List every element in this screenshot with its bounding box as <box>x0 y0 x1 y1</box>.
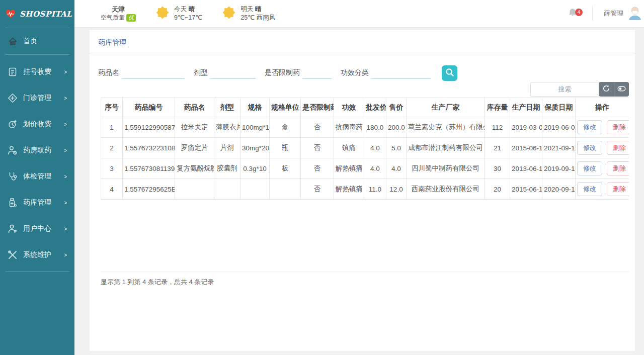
sun-icon <box>155 5 170 22</box>
tomorrow-temp: 25℃ 西南风 <box>240 14 275 22</box>
column-header: 规格 <box>240 98 270 117</box>
sidebar-item-checkup-management[interactable]: 体检管理> <box>0 163 74 190</box>
table-cell: 100mg*14 <box>240 117 270 138</box>
delete-button[interactable]: 删除 <box>607 120 629 134</box>
table-row: 41.55767295625E12否解热镇痛11.012.0西南药业股份有限公司… <box>101 179 629 200</box>
table-cell: 片剂 <box>214 138 240 158</box>
row-actions: 修改删除 <box>576 158 629 179</box>
table-cell: 抗病毒药 <box>334 117 364 138</box>
sidebar-item-label: 用户中心 <box>23 224 51 233</box>
filter-label-drug-name: 药品名 <box>98 68 119 77</box>
table-cell: 1.559122990587E12 <box>123 117 175 138</box>
sidebar: SHOSPITAL 首页 挂号收费>门诊管理>划价收费>药房取药>体检管理>药库… <box>0 0 74 355</box>
sidebar-item-pricing-fee[interactable]: 划价收费> <box>0 111 74 137</box>
sidebar-item-registration-fee[interactable]: 挂号收费> <box>0 59 74 85</box>
notifications-button[interactable]: 4 <box>567 7 578 20</box>
app-logo[interactable]: SHOSPITAL <box>0 0 74 28</box>
sidebar-item-outpatient-management[interactable]: 门诊管理> <box>0 85 74 111</box>
table-cell: 否 <box>301 158 334 179</box>
table-cell: 板 <box>270 158 301 179</box>
chevron-right-icon: > <box>64 173 66 180</box>
refresh-button[interactable] <box>599 82 614 97</box>
table-cell: 4 <box>101 179 123 200</box>
pricing-icon <box>8 119 18 129</box>
toggle-view-button[interactable] <box>614 82 629 97</box>
table-cell: 1.557673081139E12 <box>123 158 175 179</box>
table-cell: 5.0 <box>386 138 407 158</box>
column-header: 规格单位 <box>270 98 301 117</box>
table-cell: 2015-06-13 <box>510 179 542 200</box>
column-header: 功效 <box>334 98 364 117</box>
breadcrumb[interactable]: 药库管理 <box>98 38 126 47</box>
column-header: 是否限制药 <box>301 98 334 117</box>
user-menu[interactable]: 薛管理 <box>604 5 643 23</box>
toggle-icon <box>617 84 626 95</box>
sidebar-item-label: 药房取药 <box>23 146 51 155</box>
restricted-drug-input[interactable] <box>302 67 332 79</box>
tomorrow-label: 明天 <box>240 6 253 13</box>
topbar: 天津 空气质量优 今天 晴 9℃~17℃ 明天 晴 25℃ 西 <box>74 0 644 28</box>
table-cell: 4.0 <box>386 158 407 179</box>
delete-button[interactable]: 删除 <box>607 141 629 155</box>
edit-button[interactable]: 修改 <box>577 141 602 155</box>
tools-icon <box>8 250 18 260</box>
table-cell: 1.55767295625E12 <box>123 179 175 200</box>
table-cell: 20 <box>485 179 510 200</box>
table-cell: 胶囊剂 <box>214 158 240 179</box>
table-cell: 葛兰素史克（苏州）有限公司 <box>407 117 485 138</box>
today-condition: 晴 <box>188 6 195 13</box>
pharmacy-person-icon <box>8 145 18 155</box>
column-header: 生产日期 <box>510 98 542 117</box>
sidebar-item-label: 药库管理 <box>23 198 51 207</box>
weather-city: 天津 <box>101 5 136 14</box>
sidebar-item-label: 门诊管理 <box>23 94 51 103</box>
chevron-right-icon: > <box>64 69 66 75</box>
table-toolbar-buttons <box>599 82 629 97</box>
table-cell: 30 <box>485 158 510 179</box>
drug-table: 序号药品编号药品名剂型规格规格单位是否限制药功效批发价售价生产厂家库存量生产日期… <box>101 98 629 200</box>
table-cell: 西南药业股份有限公司 <box>407 179 485 200</box>
sidebar-item-drug-warehouse[interactable]: 药库管理> <box>0 190 74 216</box>
air-quality-badge: 优 <box>126 14 136 22</box>
weather-tomorrow-block: 明天 晴 25℃ 西南风 <box>221 5 275 22</box>
table-cell: 解热镇痛 <box>334 158 364 179</box>
magnifier-icon <box>445 67 455 79</box>
table-search-input[interactable] <box>530 82 599 97</box>
table-cell: 瓶 <box>270 138 301 158</box>
column-header: 操作 <box>576 98 629 117</box>
table-cell: 薄膜衣片 <box>214 117 240 138</box>
today-label: 今天 <box>174 6 187 13</box>
table-cell: 2015-06-11 <box>510 138 542 158</box>
column-header: 批发价 <box>364 98 386 117</box>
air-quality-label: 空气质量 <box>101 14 125 21</box>
edit-button[interactable]: 修改 <box>577 120 602 134</box>
table-cell: 2 <box>101 138 123 158</box>
table-cell: 2020-09-18 <box>542 179 576 200</box>
sun-icon <box>221 5 236 22</box>
sidebar-item-system-maintenance[interactable]: 系统维护> <box>0 242 74 268</box>
edit-button[interactable]: 修改 <box>577 161 602 175</box>
edit-button[interactable]: 修改 <box>577 182 602 196</box>
sidebar-item-user-center[interactable]: 用户中心> <box>0 216 74 242</box>
dosage-form-input[interactable] <box>210 67 256 79</box>
table-cell: 1.557673223108E12 <box>123 138 175 158</box>
search-button[interactable] <box>442 65 457 81</box>
sidebar-item-home[interactable]: 首页 <box>0 28 74 54</box>
topbar-divider <box>592 6 593 21</box>
drug-name-input[interactable] <box>122 67 185 79</box>
delete-button[interactable]: 删除 <box>607 161 629 175</box>
filter-label-dosage-form: 剂型 <box>194 68 208 77</box>
table-cell: 200.0 <box>386 117 407 138</box>
table-cell: 2019-06-07 <box>542 117 576 138</box>
table-cell: 2019-03-05 <box>510 117 542 138</box>
doctor-avatar <box>627 5 643 23</box>
sidebar-item-pharmacy-dispense[interactable]: 药房取药> <box>0 137 74 163</box>
efficacy-category-input[interactable] <box>371 67 431 79</box>
table-toolbar <box>530 82 629 97</box>
delete-button[interactable]: 删除 <box>607 182 629 196</box>
table-cell: 1 <box>101 117 123 138</box>
weather-today-block: 今天 晴 9℃~17℃ <box>155 5 202 22</box>
chevron-right-icon: > <box>64 121 66 127</box>
table-cell: 拉米夫定 <box>175 117 214 138</box>
column-header: 保质日期 <box>542 98 576 117</box>
